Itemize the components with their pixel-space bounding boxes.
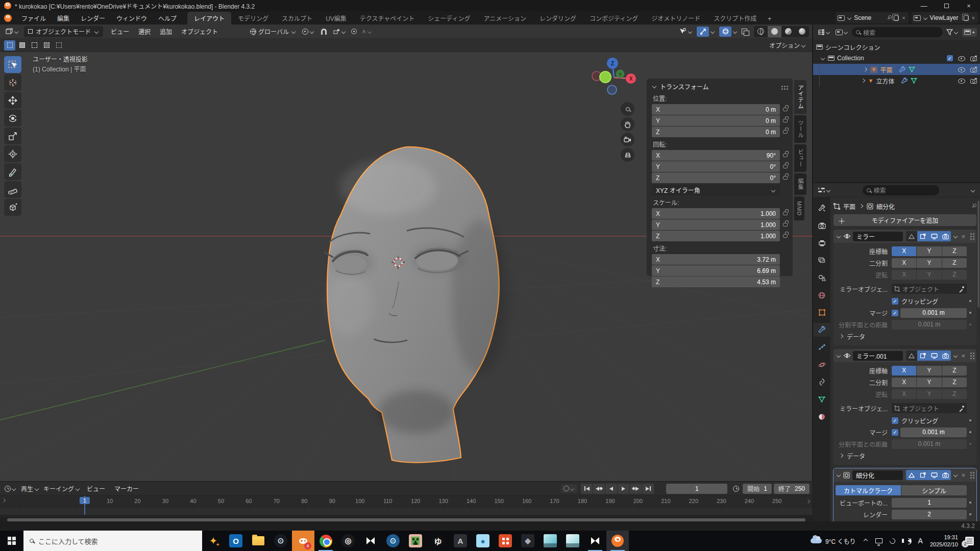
jump-to-end-button[interactable]	[642, 484, 654, 494]
hide-eye-icon[interactable]	[958, 78, 965, 84]
viewport-canvas[interactable]: ユーザー・透視投影 (1) Collection | 平面 Y X Z	[0, 52, 813, 481]
cursor-tool[interactable]	[4, 74, 21, 91]
drag-handle[interactable]	[970, 236, 972, 237]
properties-tab-viewlayer[interactable]	[813, 254, 830, 267]
toggle-cage[interactable]	[906, 231, 917, 241]
new-scene-icon[interactable]	[894, 15, 899, 21]
lock-icon[interactable]	[783, 212, 788, 215]
prev-keyframe-button[interactable]	[593, 484, 605, 494]
properties-tab-scene[interactable]	[813, 271, 830, 285]
taskbar-icon-yukkuri[interactable]: ゆ	[427, 531, 449, 551]
axis-x-button[interactable]: X	[892, 366, 916, 375]
close-button[interactable]: ×	[958, 0, 980, 11]
ime-indicator[interactable]: A	[918, 537, 923, 545]
jump-to-start-button[interactable]	[581, 484, 593, 494]
pin-icon[interactable]	[971, 204, 976, 209]
shading-rendered-button[interactable]	[795, 26, 809, 37]
perspective-toggle-button[interactable]	[621, 148, 634, 162]
scale-x-field[interactable]: X1.000	[652, 208, 780, 219]
toggle-realtime[interactable]	[928, 470, 940, 480]
region-toggle-icon[interactable]	[806, 499, 810, 504]
workspace-tab[interactable]: テクスチャペイント	[353, 12, 422, 24]
current-frame-marker[interactable]: 1	[80, 497, 90, 504]
viewport-menu-item[interactable]: オブジェクト	[177, 27, 223, 36]
animate-dot[interactable]	[969, 323, 971, 325]
extras-chevron[interactable]	[953, 234, 958, 238]
extras-chevron[interactable]	[953, 354, 958, 358]
proportional-edit-toggle[interactable]	[349, 28, 359, 35]
measure-tool[interactable]	[4, 181, 21, 198]
toggle-edit[interactable]	[917, 350, 928, 361]
add-workspace-button[interactable]: +	[763, 13, 776, 24]
properties-tab-material[interactable]	[813, 410, 830, 423]
collapse-icon[interactable]	[837, 234, 841, 238]
proportional-falloff-dropdown[interactable]: ∧	[360, 27, 374, 36]
select-mode-new-button[interactable]	[4, 40, 15, 51]
scale-z-field[interactable]: Z1.000	[652, 231, 780, 241]
blender-menu-icon[interactable]	[0, 11, 16, 24]
value-field[interactable]: 0.001 m	[900, 308, 967, 318]
value-field[interactable]: 1	[892, 498, 967, 508]
eyedropper-icon[interactable]	[959, 286, 964, 292]
annotate-tool[interactable]	[4, 163, 21, 180]
drag-handle[interactable]	[784, 86, 786, 87]
checkbox[interactable]: ✓	[892, 310, 898, 316]
sidebar-tab-アイテム[interactable]: アイテム	[794, 80, 806, 114]
scrollbar[interactable]	[977, 201, 979, 308]
toggle-edit[interactable]	[917, 470, 928, 480]
simple-button[interactable]: シンプル	[901, 485, 967, 495]
filter-display-dropdown[interactable]	[834, 29, 850, 36]
location-y-field[interactable]: Y0 m	[652, 115, 780, 126]
animate-dot[interactable]	[969, 312, 971, 314]
extras-chevron[interactable]	[953, 473, 958, 477]
catmull-clark-button[interactable]: カトマルクラーク	[836, 485, 901, 495]
menubar-item[interactable]: ヘルプ	[153, 14, 182, 22]
tool-options-dropdown[interactable]: オプション	[767, 40, 808, 51]
axis-x-button[interactable]: X	[892, 246, 916, 256]
selectability-dropdown[interactable]	[677, 27, 695, 36]
scene-collection-row[interactable]: シーンコレクション	[813, 41, 980, 53]
scale-tool[interactable]	[4, 128, 21, 144]
axis-x-button[interactable]: X	[892, 389, 916, 399]
dimension-z-field[interactable]: Z4.53 m	[652, 277, 780, 287]
axis-z-button[interactable]: Z	[942, 366, 967, 375]
taskbar-icon-explorer[interactable]	[247, 531, 270, 551]
value-field[interactable]: 0.001 m	[892, 439, 967, 449]
delete-modifier-icon[interactable]: ×	[960, 471, 966, 479]
taskbar-icon-grid-app[interactable]	[494, 531, 517, 551]
toggle-cage[interactable]	[906, 350, 917, 361]
timeline-ruler[interactable]: 1 10203040506070809010011012013014015016…	[0, 496, 813, 508]
properties-tab-tool[interactable]	[813, 202, 830, 215]
lock-icon[interactable]	[783, 130, 788, 134]
axis-z-button[interactable]: Z	[942, 270, 967, 280]
properties-tab-constraints[interactable]	[813, 375, 830, 389]
hide-eye-icon[interactable]	[958, 55, 965, 61]
maximize-button[interactable]	[935, 0, 958, 11]
axis-z-button[interactable]: Z	[942, 389, 967, 399]
collection-row[interactable]: Collection ✓	[813, 53, 980, 64]
properties-tab-modifiers[interactable]	[813, 323, 830, 337]
taskbar-icon-minecraft[interactable]	[404, 531, 427, 551]
properties-search[interactable]: 検索	[863, 185, 939, 195]
viewlayer-name[interactable]: ViewLayer	[930, 14, 962, 21]
axis-y-button[interactable]: Y	[917, 378, 941, 387]
move-tool[interactable]	[4, 92, 21, 109]
start-frame-field[interactable]: 開始 1	[743, 484, 772, 494]
taskbar-icon-miku-2[interactable]	[561, 531, 584, 551]
scale-y-field[interactable]: Y1.000	[652, 219, 780, 230]
start-button[interactable]	[0, 531, 23, 551]
disable-render-icon[interactable]	[970, 68, 977, 72]
select-mode-invert-button[interactable]	[41, 40, 52, 51]
collapse-icon[interactable]	[837, 354, 841, 358]
lock-icon[interactable]	[783, 165, 788, 168]
expand-icon[interactable]	[821, 56, 825, 60]
disable-render-icon[interactable]	[970, 57, 977, 61]
menubar-item[interactable]: ウィンドウ	[111, 14, 153, 22]
properties-tab-render[interactable]	[813, 219, 830, 233]
network-icon[interactable]	[875, 538, 883, 543]
sidebar-tab-編集[interactable]: 編集	[794, 173, 806, 195]
timeline-menu-dropdown[interactable]: 再生	[19, 483, 41, 494]
axis-x-button[interactable]: X	[892, 258, 916, 268]
exclude-checkbox[interactable]: ✓	[947, 55, 953, 61]
taskbar-icon-hourglass-app-2[interactable]	[584, 531, 606, 551]
